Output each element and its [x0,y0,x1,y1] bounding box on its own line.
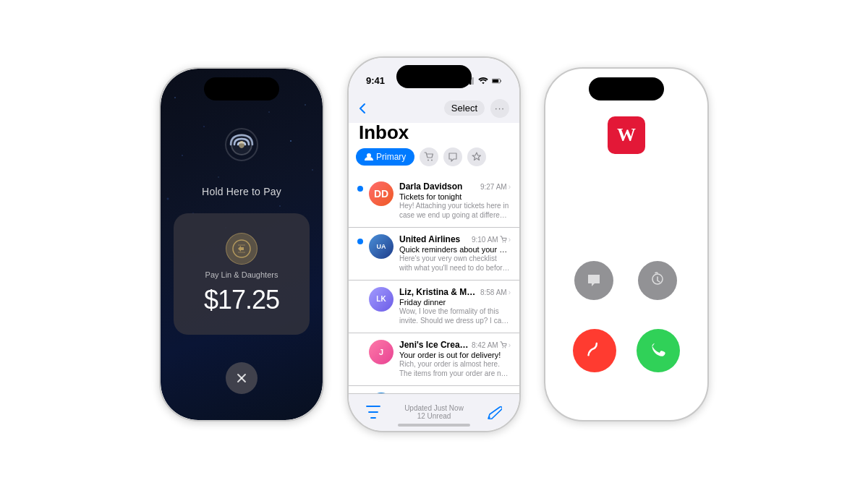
info-icon[interactable]: i [683,82,697,96]
pay-amount: $17.25 [204,285,279,315]
email-time: 9:27 AM › [480,183,511,191]
sender-name: Jeni's Ice Creams [399,340,472,350]
decline-label: Decline [582,377,608,385]
svg-point-11 [427,159,429,160]
call-header: W +1 (408) 614-9305 Walgreens Customer S… [545,112,707,221]
email-item-3[interactable]: LK Liz, Kristina & Melody 8:58 AM › Frid… [349,281,519,333]
dynamic-island [589,77,664,100]
back-button[interactable] [359,103,366,114]
accept-icon-circle [637,329,680,372]
caller-app-icon: W [603,112,650,158]
svg-rect-9 [493,80,498,82]
call-phone: 9:41 i W +1 (40 [544,67,709,421]
message-label: Message [578,304,610,313]
filter-primary[interactable]: Primary [356,148,414,166]
speaker-icon [556,79,569,93]
email-preview: Hey! Attaching your tickets here in case… [399,201,511,221]
footer-status: Updated Just Now 12 Unread [404,404,464,420]
dynamic-island [204,77,279,100]
card-logo [226,233,258,265]
svg-point-15 [502,347,503,348]
remind-icon-circle [638,261,677,300]
unread-dot [357,239,363,244]
mail-nav: Select ··· [349,94,519,123]
email-body: United Airlines 9:10 AM › Quick reminder… [399,234,511,273]
email-body: Darla Davidson 9:27 AM › Tickets for ton… [399,181,511,221]
svg-point-12 [431,159,433,160]
more-button[interactable]: ··· [490,99,509,118]
nav-actions: Select ··· [444,99,509,118]
apple-pay-phone: Hold Here to Pay Pay Lin & Daughters $17… [159,67,324,421]
email-time: 8:58 AM › [480,288,511,296]
message-icon-circle [574,261,613,300]
decline-button[interactable]: Decline [573,329,616,385]
filter-bar: Primary [356,147,512,166]
message-button[interactable]: Message [574,261,613,313]
home-indicator [590,411,663,414]
close-button[interactable] [226,362,258,394]
walgreens-logo: W [608,116,645,154]
sender-name: United Airlines [399,234,460,244]
email-body: Jeni's Ice Creams 8:42 AM › Your order i… [399,340,511,379]
svg-point-13 [502,241,503,242]
email-subject: Tickets for tonight [399,192,511,201]
call-buttons: Decline Accept [545,329,707,385]
svg-point-16 [504,347,505,348]
filter-promo[interactable] [467,147,486,166]
filter-shopping[interactable] [420,147,438,166]
caller-subtitle: Customer Service [589,210,663,221]
mail-phone: 9:41 Select ··· Inbox [347,56,521,432]
read-dot [357,291,363,297]
avatar: UA [369,234,393,259]
email-time: 8:42 AM › [472,341,511,349]
sender-name: Darla Davidson [399,181,462,192]
call-actions-top: Message Remind Me [545,261,707,313]
caller-name: Walgreens [577,181,676,204]
dynamic-island [396,65,472,88]
svg-point-14 [504,241,505,242]
email-body: Liz, Kristina & Melody 8:58 AM › Friday … [399,287,511,326]
email-subject: Quick reminders about your upcoming... [399,245,511,254]
pay-card-area: Pay Lin & Daughters $17.25 [174,213,310,335]
email-subject: Your order is out for delivery! [399,351,511,359]
compose-icon[interactable] [485,402,505,422]
email-preview: Rich, your order is almost here. The ite… [399,359,511,379]
sender-name: Liz, Kristina & Melody [399,287,480,297]
email-item-1[interactable]: DD Darla Davidson 9:27 AM › Tickets for … [349,175,519,228]
email-item-2[interactable]: UA United Airlines 9:10 AM › Quick remin… [349,228,519,281]
unread-dot [357,186,363,192]
nfc-icon [216,119,267,170]
avatar: DD [369,181,393,206]
email-item-5[interactable]: D+ Disney+ 8:05 AM › Your one-time passc… [349,386,519,393]
email-preview: Here's your very own checklist with what… [399,254,511,273]
remind-button[interactable]: Remind Me [637,261,678,313]
home-indicator [398,424,470,427]
svg-rect-7 [472,77,474,85]
email-time: 9:10 AM › [472,236,511,244]
read-dot [357,344,363,350]
avatar: J [369,340,393,364]
select-button[interactable]: Select [444,100,485,116]
caller-number: +1 (408) 614-9305 [587,164,665,175]
decline-icon-circle [573,329,616,372]
filter-chat[interactable] [443,147,462,166]
inbox-title: Inbox [359,121,409,144]
remind-label: Remind Me [637,304,678,313]
email-list: DD Darla Davidson 9:27 AM › Tickets for … [349,175,519,393]
avatar: LK [369,287,393,312]
status-time: 9:41 [366,75,385,86]
filter-icon[interactable] [363,402,383,422]
accept-button[interactable]: Accept [637,329,680,385]
merchant-name: Pay Lin & Daughters [205,270,278,279]
accept-label: Accept [646,377,671,385]
email-item-4[interactable]: J Jeni's Ice Creams 8:42 AM › Your order… [349,333,519,386]
email-preview: Wow, I love the formality of this invite… [399,307,511,326]
hold-here-text: Hold Here to Pay [161,186,323,197]
email-subject: Friday dinner [399,298,511,307]
